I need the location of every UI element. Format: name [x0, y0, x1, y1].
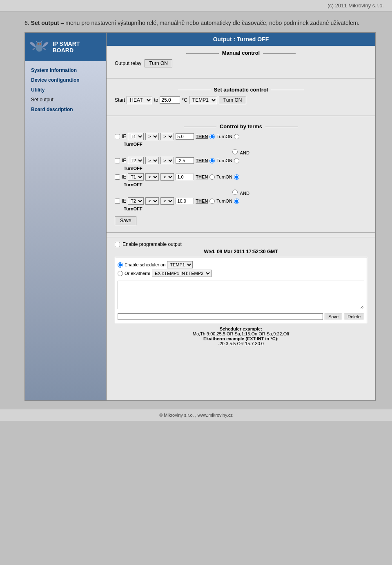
section-num: 6.	[24, 20, 29, 26]
output-relay-label: Output relay	[115, 60, 141, 66]
enable-scheduler-label: Enable scheduler on	[125, 262, 165, 267]
ekvitherm-label: Or ekvitherm	[125, 271, 150, 276]
term-3-operator[interactable]: <>	[145, 173, 159, 181]
term-2-then: THEN	[196, 158, 208, 163]
sidebar-item-utility[interactable]: Utility	[25, 85, 106, 95]
scheduler-example-title: Scheduler example:	[220, 326, 262, 331]
term-4-if: IE	[122, 198, 126, 204]
term-4-value[interactable]	[176, 198, 194, 204]
term-row-1: IE T1T2 ><= >= THEN TurnON	[115, 133, 367, 140]
footer: © Mikrovlny s.r.o. , www.mikrovlny.cz	[0, 409, 392, 421]
main-panel: IP SMART BOARD System information Device…	[24, 32, 376, 401]
enable-scheduler-radio[interactable]	[118, 262, 123, 268]
schedule-save-button[interactable]: Save	[325, 313, 342, 320]
output-status-header: Output : Turned OFF	[107, 33, 375, 46]
page-wrapper: (c) 2011 Mikrovlny s.r.o. 6. Set output …	[0, 0, 392, 565]
term-4-turnon-label: TurnON	[216, 199, 232, 203]
term-3-sensor[interactable]: T1T2	[128, 173, 144, 181]
output-status-text: Output : Turned OFF	[213, 36, 269, 42]
manual-relay-row: Output relay Turn ON	[115, 59, 367, 67]
scheduler-box: Enable scheduler on TEMP1 TEMP2 Or ekvit…	[115, 257, 367, 323]
sidebar-item-system-information[interactable]: System information	[25, 65, 106, 75]
term-3-then: THEN	[196, 174, 208, 179]
term-1-turnoff-radio[interactable]	[234, 134, 239, 139]
content-area: Output : Turned OFF Manual control Outpu…	[107, 33, 375, 400]
heat-cool-select[interactable]: HEAT COOL	[127, 96, 152, 104]
bottom-schedule-row: Save Delete	[118, 313, 364, 320]
term-1-turnon-label: TurnON	[216, 134, 232, 139]
term-1-operator[interactable]: ><=	[145, 133, 159, 140]
term-3-turnon-radio[interactable]	[209, 174, 215, 180]
term-2-op2[interactable]: >=	[160, 157, 174, 164]
schedule-input[interactable]	[118, 313, 323, 320]
term-1-if: IE	[122, 134, 126, 139]
term-3-turnon-label: TurnON	[216, 174, 232, 179]
svg-point-4	[38, 43, 39, 45]
scheduler-temp-select[interactable]: TEMP1 TEMP2	[167, 261, 193, 268]
sidebar: IP SMART BOARD System information Device…	[25, 33, 107, 400]
term-4-operator[interactable]: <>	[145, 197, 159, 205]
enable-prog-checkbox[interactable]	[115, 242, 120, 247]
unit-label: °C	[182, 97, 187, 103]
term-2-sensor[interactable]: T2T1	[128, 157, 144, 164]
term-2-checkbox[interactable]	[115, 158, 120, 163]
auto-control-row: Start HEAT COOL to °C TEMP1 TEMP2 Turn O…	[115, 96, 367, 104]
auto-value-input[interactable]	[160, 96, 180, 104]
prog-enable-row: Enable programable output	[115, 241, 367, 247]
schedule-textarea[interactable]	[118, 281, 364, 309]
term-4-checkbox[interactable]	[115, 199, 120, 204]
term-4-turnoff-text: TurnOFF	[124, 206, 367, 211]
ekvitherm-radio[interactable]	[118, 271, 123, 276]
term-row-2: IE T2T1 >< >= THEN TurnON	[115, 157, 367, 164]
sidebar-item-device-configuration[interactable]: Device configuration	[25, 75, 106, 85]
svg-marker-3	[40, 40, 42, 42]
term-2-value[interactable]	[176, 157, 194, 164]
terms-title: Control by terms	[115, 123, 367, 130]
terms-save-button[interactable]: Save	[115, 216, 136, 225]
term-1-value[interactable]	[176, 133, 194, 140]
ekvitherm-select[interactable]: EXT:TEMP1 INT:TEMP2	[152, 270, 212, 277]
and-2-radio[interactable]	[232, 190, 238, 195]
term-4-turnon-radio[interactable]	[209, 199, 215, 204]
svg-point-5	[40, 43, 41, 45]
sidebar-item-set-output[interactable]: Set output	[25, 95, 106, 105]
footer-text: © Mikrovlny s.r.o. , www.mikrovlny.cz	[159, 413, 233, 418]
start-label: Start	[115, 97, 125, 103]
and-1-label: AND	[240, 150, 249, 155]
auto-turn-on-button[interactable]: Turn ON	[219, 96, 247, 104]
svg-marker-2	[36, 40, 38, 42]
term-row-3: IE T1T2 <> <= THEN TurnON	[115, 173, 367, 181]
turn-on-button[interactable]: Turn ON	[145, 59, 172, 67]
enable-scheduler-row: Enable scheduler on TEMP1 TEMP2	[118, 261, 364, 268]
term-2-operator[interactable]: ><	[145, 157, 159, 164]
term-4-op2[interactable]: <=	[160, 197, 174, 205]
ekvitherm-example-1: -20.3:5:5 OR 15.7:30:0	[218, 341, 264, 346]
term-4-then: THEN	[196, 199, 208, 203]
temp-select[interactable]: TEMP1 TEMP2	[189, 96, 217, 104]
term-1-op2[interactable]: >=	[160, 133, 174, 140]
term-3-value[interactable]	[176, 174, 194, 180]
term-3-op2[interactable]: <=	[160, 173, 174, 181]
schedule-delete-button[interactable]: Delete	[344, 313, 364, 320]
manual-control-title: Manual control	[115, 50, 367, 56]
term-1-turnon-radio[interactable]	[209, 134, 215, 139]
term-3-turnoff-text: TurnOFF	[124, 182, 367, 187]
term-2-turnon-label: TurnON	[216, 158, 232, 163]
term-4-turnoff-radio[interactable]	[234, 199, 239, 204]
sidebar-nav: System information Device configuration …	[25, 61, 106, 118]
and-1-radio[interactable]	[232, 149, 238, 154]
term-1-turnoff-text: TurnOFF	[124, 142, 367, 147]
term-3-turnoff-radio[interactable]	[234, 174, 239, 180]
auto-control-section: Set automatic control Start HEAT COOL to…	[107, 83, 375, 112]
term-1-checkbox[interactable]	[115, 134, 120, 139]
term-3-checkbox[interactable]	[115, 174, 120, 180]
top-bar: (c) 2011 Mikrovlny s.r.o.	[0, 0, 392, 11]
term-2-turnon-radio[interactable]	[209, 158, 215, 163]
term-1-sensor[interactable]: T1T2	[128, 133, 144, 140]
enable-prog-label: Enable programable output	[122, 241, 182, 247]
term-4-sensor[interactable]: T2T1	[128, 197, 144, 205]
sidebar-item-board-description[interactable]: Board description	[25, 105, 106, 114]
section-title: Set output	[31, 20, 59, 26]
and-2-label: AND	[240, 191, 249, 196]
term-2-turnoff-radio[interactable]	[234, 158, 239, 163]
